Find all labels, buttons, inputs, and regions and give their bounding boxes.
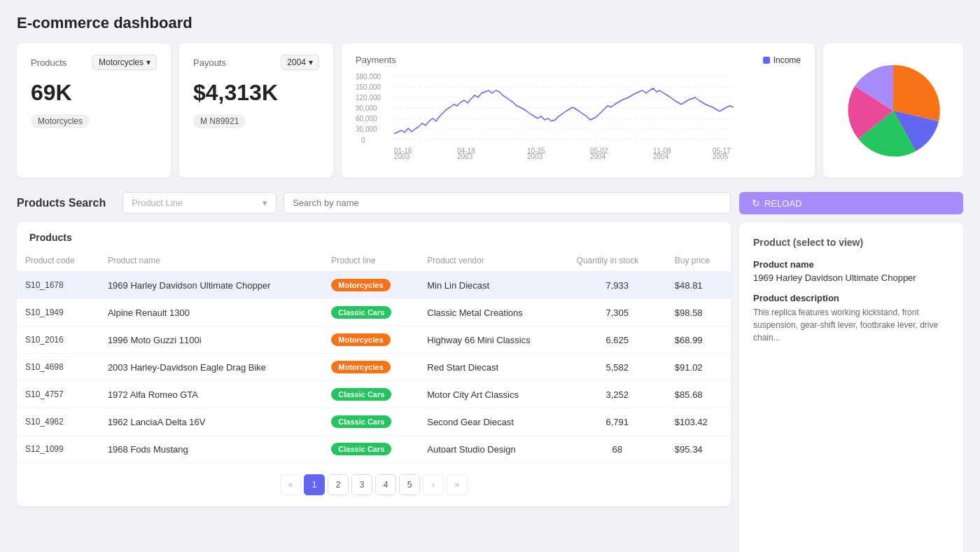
search-controls: Product Line ▾ [122,192,731,214]
cell-price: $91.02 [666,354,731,381]
cell-price: $95.34 [666,436,731,463]
table-row[interactable]: S10_1949 Alpine Renault 1300 Classic Car… [17,299,731,326]
cell-line: Motorcycles [323,326,419,354]
y-label-60000: 60,000 [356,115,377,123]
products-table: Product code Product name Product line P… [17,250,731,463]
right-panel: ↻ RELOAD Product (select to view) Produc… [739,192,963,552]
col-qty: Quantity in stock [568,250,666,272]
cell-qty: 6,791 [568,408,666,436]
table-row[interactable]: S10_4698 2003 Harley-Davidson Eagle Drag… [17,354,731,381]
page-next[interactable]: › [423,474,444,495]
product-line-dropdown[interactable]: Product Line ▾ [122,192,276,214]
cell-line: Classic Cars [323,408,419,436]
top-cards-row: Products Motorcycles ▾ 69K Motorcycles P… [17,43,963,178]
income-legend-dot [763,57,770,64]
payout-card: Payouts 2004 ▾ $4,313K M N89921 [179,43,333,178]
income-legend-label: Income [774,55,801,65]
table-row[interactable]: S10_4757 1972 Alfa Romeo GTA Classic Car… [17,381,731,408]
page-4[interactable]: 4 [375,474,396,495]
payout-dropdown[interactable]: 2004 ▾ [281,55,319,70]
cell-price: $103.42 [666,408,731,436]
cell-code: S10_4757 [17,381,99,408]
reload-icon: ↻ [752,198,760,209]
col-code: Product code [17,250,99,272]
cell-name: 1996 Moto Guzzi 1100i [99,326,323,354]
income-line [394,88,734,134]
y-label-120000: 120,000 [356,94,382,102]
x-label-4b: 2004 [590,153,606,160]
pie-card [823,43,963,178]
cell-vendor: Motor City Art Classics [419,381,568,408]
page-3[interactable]: 3 [351,474,372,495]
search-by-name-input[interactable] [284,192,731,214]
cell-vendor: Second Gear Diecast [419,408,568,436]
cell-line: Classic Cars [323,299,419,326]
cell-qty: 7,305 [568,299,666,326]
reload-button[interactable]: ↻ RELOAD [739,192,963,214]
cell-qty: 5,582 [568,354,666,381]
cell-code: S12_1099 [17,436,99,463]
cell-qty: 7,933 [568,272,666,299]
cell-code: S10_4698 [17,354,99,381]
cell-vendor: Red Start Diecast [419,354,568,381]
payments-legend: Income [763,55,801,65]
page-last[interactable]: » [447,474,468,495]
product-line-placeholder: Product Line [132,198,183,208]
cell-qty: 68 [568,436,666,463]
cell-qty: 3,252 [568,381,666,408]
products-table-wrap: Products Product code Product name Produ… [17,222,731,506]
table-row[interactable]: S10_4962 1962 LanciaA Delta 16V Classic … [17,408,731,436]
cell-line: Classic Cars [323,436,419,463]
table-row[interactable]: S10_1678 1969 Harley Davidson Ultimate C… [17,272,731,299]
product-desc-label: Product description [753,293,949,303]
search-section-title: Products Search [17,197,106,209]
table-row[interactable]: S12_1099 1968 Fods Mustang Classic Cars … [17,436,731,463]
x-label-1b: 2003 [394,153,410,160]
cell-price: $98.58 [666,299,731,326]
cell-vendor: Classic Metal Creations [419,299,568,326]
cell-vendor: Autoart Studio Design [419,436,568,463]
detail-panel-title: Product (select to view) [753,237,949,248]
page-2[interactable]: 2 [328,474,349,495]
products-card-label: Products [31,57,66,68]
page-prev-prev[interactable]: « [280,474,301,495]
cell-name: 1972 Alfa Romeo GTA [99,381,323,408]
products-dropdown[interactable]: Motorcycles ▾ [92,55,157,70]
col-price: Buy price [666,250,731,272]
cell-name: 2003 Harley-Davidson Eagle Drag Bike [99,354,323,381]
cell-name: 1969 Harley Davidson Ultimate Chopper [99,272,323,299]
chevron-down-icon: ▾ [309,57,313,67]
cell-code: S10_4962 [17,408,99,436]
reload-label: RELOAD [764,198,802,209]
page-1[interactable]: 1 [304,474,325,495]
cell-price: $68.99 [666,326,731,354]
chevron-down-icon: ▾ [262,198,267,208]
cell-vendor: Min Lin Diecast [419,272,568,299]
pagination: « 1 2 3 4 5 › » [17,463,731,506]
page-5[interactable]: 5 [399,474,420,495]
y-label-90000: 90,000 [356,104,377,112]
col-name: Product name [99,250,323,272]
table-row[interactable]: S10_2016 1996 Moto Guzzi 1100i Motorcycl… [17,326,731,354]
cell-code: S10_2016 [17,326,99,354]
y-label-150000: 150,000 [356,83,382,91]
y-label-0: 0 [361,137,365,144]
products-tag: Motorcycles [31,114,90,128]
payments-card-label: Payments [356,55,396,65]
x-label-3b: 2003 [527,153,543,160]
payments-chart: 180,000 150,000 120,000 90,000 60,000 30… [356,71,801,164]
detail-panel: Product (select to view) Product name 19… [739,223,963,552]
search-bar-row: Products Search Product Line ▾ [17,192,731,214]
cell-line: Motorcycles [323,272,419,299]
col-line: Product line [323,250,419,272]
payout-big-value: $4,313K [193,80,319,106]
payout-card-label: Payouts [193,57,226,68]
cell-line: Motorcycles [323,354,419,381]
col-vendor: Product vendor [419,250,568,272]
page-container: E-commerce dashboard Products Motorcycle… [0,0,980,552]
products-panel: Products Search Product Line ▾ Products … [17,192,731,552]
cell-line: Classic Cars [323,381,419,408]
table-title: Products [17,222,731,250]
product-desc-value: This replica features working kickstand,… [753,306,949,344]
cell-vendor: Highway 66 Mini Classics [419,326,568,354]
